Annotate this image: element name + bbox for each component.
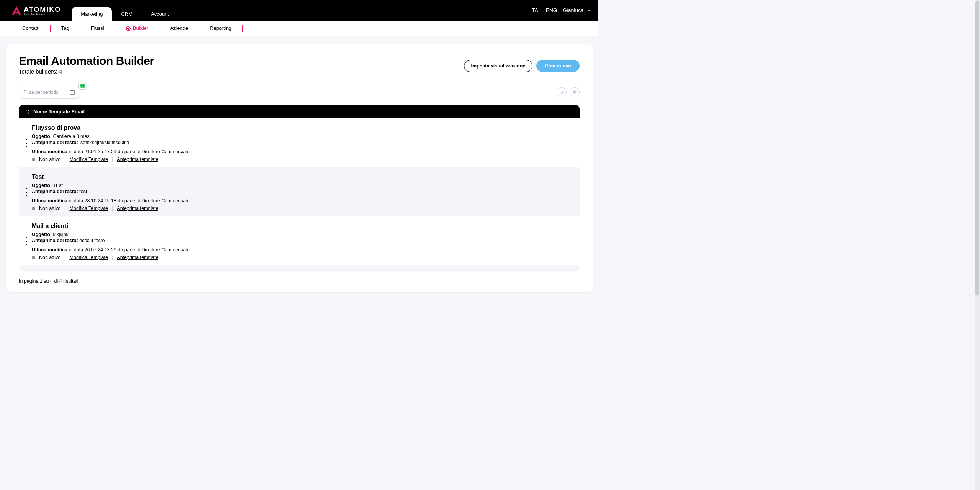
row-actions-menu[interactable] xyxy=(24,188,29,196)
page-title: Email Automation Builder xyxy=(19,54,154,67)
subnav-contatti[interactable]: Contatti xyxy=(11,25,50,31)
row-subject: Oggetto: Cantiere a 3 mesi xyxy=(32,134,572,139)
subnav: ContattiTagFlussiBuilderAziendeReporting xyxy=(0,21,598,36)
pagination-text: In pagina 1 su 4 di 4 risultati xyxy=(19,279,580,284)
lang-eng[interactable]: ENG xyxy=(546,7,557,13)
trash-icon xyxy=(572,90,577,95)
settings-view-button[interactable]: Imposta visualizzazione xyxy=(464,60,533,72)
row-modified: Ultima modifica in data 21.01.25 17:29 d… xyxy=(32,149,572,154)
row-title: Mail a clienti xyxy=(32,223,572,229)
row-title: Fluysso di prova xyxy=(32,125,572,131)
row-actions-menu[interactable] xyxy=(24,237,29,245)
preview-template-link[interactable]: Anteprima template xyxy=(117,255,158,260)
status-dot-icon xyxy=(32,207,35,210)
calendar-icon xyxy=(70,90,75,95)
status-text: Non attivo xyxy=(39,157,60,162)
row-preview: Anteprima del testo: ecco il testo xyxy=(32,238,572,243)
status-text: Non attivo xyxy=(39,255,60,260)
approve-button[interactable] xyxy=(557,87,567,97)
top-tab-account[interactable]: Account xyxy=(142,7,178,21)
status-dot-icon xyxy=(32,256,35,259)
lang-separator: | xyxy=(541,7,543,13)
create-new-button[interactable]: Crea nuovo xyxy=(536,60,580,72)
status-text: Non attivo xyxy=(39,206,60,211)
top-tab-crm[interactable]: CRM xyxy=(112,7,142,21)
edit-template-link[interactable]: Modifica Template xyxy=(70,206,108,211)
check-icon xyxy=(559,90,564,95)
edit-template-link[interactable]: Modifica Template xyxy=(70,157,108,162)
builders-count: 4 xyxy=(59,68,62,75)
row-actions-menu[interactable] xyxy=(24,139,29,147)
row-preview: Anteprima del testo: jsdfhksdjfhksldjfhs… xyxy=(32,140,572,145)
status-dot-icon xyxy=(32,158,35,161)
date-filter-input[interactable]: Filtra per periodo xyxy=(19,86,80,99)
user-name: Gianluca xyxy=(563,7,584,13)
subnav-separator xyxy=(242,25,243,32)
brand-name: ATOMIKO xyxy=(24,6,61,13)
lang-ita[interactable]: ITA xyxy=(530,7,538,13)
language-switch: ITA | ENG xyxy=(530,7,557,13)
subnav-builder[interactable]: Builder xyxy=(115,25,159,31)
svg-rect-0 xyxy=(70,91,74,95)
preview-template-link[interactable]: Anteprima template xyxy=(117,206,158,211)
brand-logo[interactable]: ATOMIKO Enjoy NetStrategy xyxy=(11,5,61,15)
date-filter-placeholder: Filtra per periodo xyxy=(24,90,59,95)
logo-icon xyxy=(11,5,21,15)
table-row: Fluysso di provaOggetto: Cantiere a 3 me… xyxy=(19,118,580,167)
row-subject: Oggetto: kjkjkjhk xyxy=(32,232,572,237)
user-menu[interactable]: Gianluca xyxy=(563,7,591,13)
subnav-aziende[interactable]: Aziende xyxy=(159,25,199,31)
edit-template-link[interactable]: Modifica Template xyxy=(70,255,108,260)
row-preview: Anteprima del testo: test xyxy=(32,189,572,194)
preview-template-link[interactable]: Anteprima template xyxy=(117,157,158,162)
table-row: Template 1 newsletter xyxy=(19,265,580,271)
table-row: TestOggetto: TEstAnteprima del testo: te… xyxy=(19,167,580,216)
top-tab-marketing[interactable]: Marketing xyxy=(72,7,112,21)
sort-icon xyxy=(26,110,30,114)
chevron-down-icon xyxy=(587,8,591,12)
subnav-tag[interactable]: Tag xyxy=(51,25,80,31)
row-subject: Oggetto: TEst xyxy=(32,183,572,188)
row-modified: Ultima modifica in data 28.10.24 15:18 d… xyxy=(32,198,572,203)
subnav-flussi[interactable]: Flussi xyxy=(80,25,115,31)
page-subtitle: Totale builders: 4 xyxy=(19,68,154,75)
topbar: ATOMIKO Enjoy NetStrategy MarketingCRMAc… xyxy=(0,0,598,21)
row-modified: Ultima modifica in data 26.07.24 13:26 d… xyxy=(32,247,572,252)
row-title: Test xyxy=(32,174,572,180)
subtitle-prefix: Totale builders: xyxy=(19,68,59,75)
extension-badge-icon[interactable] xyxy=(78,82,87,90)
delete-button[interactable] xyxy=(570,87,580,97)
column-header-name: Nome Template Email xyxy=(33,109,85,115)
content-card: Email Automation Builder Totale builders… xyxy=(6,44,593,292)
table-header[interactable]: Nome Template Email xyxy=(19,105,580,118)
subnav-reporting[interactable]: Reporting xyxy=(199,25,242,31)
table-row: Mail a clientiOggetto: kjkjkjhkAnteprima… xyxy=(19,216,580,265)
